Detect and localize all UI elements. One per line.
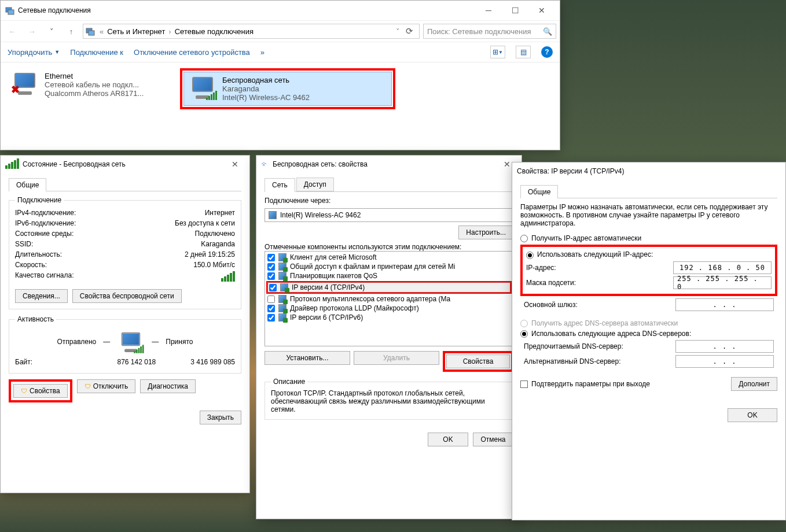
component-icon [278,313,287,322]
tab-network[interactable]: Сеть [265,178,295,192]
highlight-props-btn: Свойства [443,351,513,372]
install-button[interactable]: Установить... [265,351,350,365]
ethernet-icon: ✖ [11,72,39,95]
chk-qos[interactable] [267,272,275,280]
properties-button[interactable]: 🛡Свойства [13,384,68,398]
command-bar: Упорядочить ▼ Подключение к Отключение с… [1,42,560,62]
chk-ipv6[interactable] [267,314,275,322]
gateway-input[interactable]: . . . [675,298,774,311]
diagnostics-button[interactable]: Диагностика [140,379,196,393]
view-details-button[interactable]: ▤ [516,46,531,58]
ipv4-intro: Параметры IP можно назначать автоматичес… [520,203,777,227]
subnet-mask-input[interactable]: 255 . 255 . 255 . 0 [673,276,772,289]
tab-general[interactable]: Общие [9,178,46,191]
maximize-button[interactable]: ☐ [502,2,528,19]
radio-auto-ip[interactable] [520,235,528,242]
adapter-field: Intel(R) Wireless-AC 9462 [265,208,513,222]
ipv4-properties-dialog: Свойства: IP версии 4 (TCP/IPv4) Общие П… [512,162,786,520]
search-icon: 🔍 [543,27,552,36]
highlight-ipv4: IP версии 4 (TCP/IPv4) [266,281,512,294]
details-button[interactable]: Сведения... [15,289,68,303]
component-list[interactable]: Клиент для сетей Microsoft Общий доступ … [265,251,513,346]
ethernet-device: Qualcomm Atheros AR8171... [45,89,144,98]
explorer-titlebar: Сетевые подключения ─ ☐ ✕ [1,1,560,20]
component-description: Протокол TCP/IP. Стандартный протокол гл… [271,389,507,413]
chk-ipv4[interactable] [269,284,277,291]
bytes-sent: 876 142 018 [117,358,156,366]
highlight-wifi: Беспроводная сеть Karaganda Intel(R) Wir… [180,68,395,109]
adapter-icon: ᯤ [261,160,269,169]
network-icon [5,6,14,15]
wifi-icon [189,76,216,99]
component-icon [278,272,287,280]
explorer-window: Сетевые подключения ─ ☐ ✕ ← → ˅ ↑ « Сеть… [0,0,560,150]
ethernet-name: Ethernet [45,72,144,80]
close-button[interactable]: ✕ [528,2,555,19]
chk-client[interactable] [267,254,275,261]
highlight-properties: 🛡Свойства [9,379,72,402]
connection-wifi[interactable]: Беспроводная сеть Karaganda Intel(R) Wir… [183,72,392,106]
address-bar[interactable]: « Сеть и Интернет › Сетевые подключения … [83,24,420,39]
tab-access[interactable]: Доступ [296,178,334,191]
ip-address-input[interactable]: 192 . 168 . 0 . 50 [673,261,772,274]
breadcrumb-l1[interactable]: Сеть и Интернет [105,27,167,36]
view-icons-button[interactable]: ⊞ ▼ [490,46,505,58]
refresh-icon[interactable]: ⟳ [402,26,417,36]
wireless-properties-button[interactable]: Свойства беспроводной сети [72,289,182,303]
group-connection: Подключение IPv4-подключение:Интернет IP… [9,196,241,309]
component-properties-button[interactable]: Свойства [446,354,510,368]
status-dialog: Состояние - Беспроводная сеть ✕ Общие По… [0,155,250,493]
breadcrumb-l2[interactable]: Сетевые подключения [172,27,256,36]
minimize-button[interactable]: ─ [475,2,502,19]
network-icon [86,27,95,36]
component-icon [278,295,287,303]
cmd-disable[interactable]: Отключение сетевого устройства [134,48,250,57]
cmd-more[interactable]: » [260,48,265,57]
cmd-organize[interactable]: Упорядочить ▼ [8,48,60,57]
validate-settings-checkbox[interactable] [520,380,528,388]
radio-use-dns[interactable] [520,330,528,338]
group-activity: Активность Отправлено — — Принято Байт: … [9,315,241,374]
wifi-device: Intel(R) Wireless-AC 9462 [222,93,310,102]
back-button[interactable]: ← [4,23,20,39]
configure-button[interactable]: Настроить... [458,226,513,239]
signal-bars-icon [221,271,235,283]
disable-button[interactable]: 🛡Отключить [77,379,136,393]
adapter-props-title: Беспроводная сеть: свойства [273,160,497,168]
component-icon [278,263,287,271]
wifi-name: Беспроводная сеть [222,76,310,84]
radio-use-ip[interactable] [526,252,534,259]
close-button[interactable]: ✕ [225,157,245,171]
cancel-button[interactable]: Отмена [473,433,513,446]
cmd-connect[interactable]: Подключение к [70,48,123,57]
svg-rect-3 [89,31,94,35]
ethernet-status: Сетевой кабель не подкл... [45,80,144,89]
adapter-properties-dialog: ᯤ Беспроводная сеть: свойства ✕ Сеть Дос… [256,155,522,519]
alternate-dns-input[interactable]: . . . [675,355,774,368]
close-button[interactable]: Закрыть [200,411,241,424]
remove-button: Удалить [354,351,439,365]
chk-fileshare[interactable] [267,263,275,271]
up-button[interactable]: ↑ [63,23,79,39]
help-icon[interactable]: ? [541,46,553,58]
component-icon [280,283,288,291]
wifi-signal-icon [5,158,19,171]
preferred-dns-input[interactable]: . . . [675,340,774,353]
ipv4-title: Свойства: IP версии 4 (TCP/IPv4) [517,167,781,175]
adapter-icon [269,211,277,219]
tab-general[interactable]: Общие [520,185,558,198]
radio-auto-dns [520,320,528,327]
advanced-button[interactable]: Дополнит [731,377,777,391]
recent-dropdown[interactable]: ˅ [43,23,60,39]
connection-ethernet[interactable]: ✖ Ethernet Сетевой кабель не подкл... Qu… [6,68,168,109]
search-input[interactable]: Поиск: Сетевые подключения 🔍 [423,24,556,39]
explorer-title: Сетевые подключения [18,6,475,14]
component-icon [278,253,287,261]
ok-button[interactable]: OK [428,433,468,446]
chk-lldp[interactable] [267,305,275,312]
forward-button[interactable]: → [24,23,40,39]
svg-rect-1 [8,10,14,14]
ok-button[interactable]: OK [728,408,777,422]
chk-mux[interactable] [267,295,275,303]
status-title: Состояние - Беспроводная сеть [23,160,225,168]
